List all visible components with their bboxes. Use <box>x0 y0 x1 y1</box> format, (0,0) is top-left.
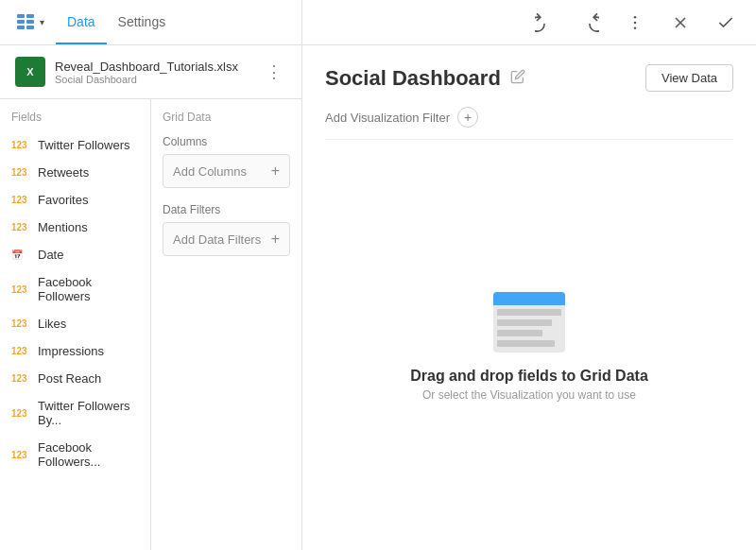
confirm-button[interactable] <box>711 8 741 38</box>
add-filters-plus-icon: + <box>271 231 280 248</box>
visualization-selector[interactable]: ▾ <box>15 12 44 33</box>
tab-settings[interactable]: Settings <box>107 0 178 44</box>
grid-vis-header <box>493 292 565 305</box>
grid-vis-row <box>497 340 555 347</box>
grid-vis-row <box>497 309 561 316</box>
field-item-facebook-followers-extra[interactable]: 123 Facebook Followers... <box>0 434 150 475</box>
filter-bar: Add Visualization Filter + <box>325 107 733 140</box>
top-bar-left: ▾ Data Settings <box>0 0 302 44</box>
right-panel: Social Dashboard View Data Add Visualiza… <box>302 45 756 550</box>
field-item-date[interactable]: 📅 Date <box>0 241 150 268</box>
field-label-mentions: Mentions <box>38 220 88 234</box>
grid-vis-body <box>493 305 565 351</box>
left-panel: X Reveal_Dashboard_Tutorials.xlsx Social… <box>0 45 302 550</box>
add-columns-button[interactable]: Add Columns + <box>163 154 290 188</box>
grid-data-header: Grid Data <box>163 111 290 124</box>
field-label-favorites: Favorites <box>38 193 88 207</box>
datasource-info: Reveal_Dashboard_Tutorials.xlsx Social D… <box>55 60 252 85</box>
add-filter-button[interactable]: + <box>457 107 478 128</box>
field-label-date: Date <box>38 248 63 262</box>
field-item-likes[interactable]: 123 Likes <box>0 310 150 337</box>
redo-button[interactable] <box>575 8 605 38</box>
svg-rect-0 <box>17 14 25 18</box>
grid-visualization-icon <box>493 292 565 352</box>
svg-rect-3 <box>26 20 34 24</box>
field-label-likes: Likes <box>38 317 66 331</box>
field-type-number: 123 <box>11 167 32 178</box>
field-type-number: 123 <box>11 373 32 384</box>
datasource-sheet: Social Dashboard <box>55 74 252 85</box>
field-item-mentions[interactable]: 123 Mentions <box>0 214 150 241</box>
add-filters-label: Add Data Filters <box>173 232 261 247</box>
datasource-filename: Reveal_Dashboard_Tutorials.xlsx <box>55 60 252 74</box>
fields-header: Fields <box>0 111 150 131</box>
field-item-favorites[interactable]: 123 Favorites <box>0 186 150 214</box>
field-type-number: 123 <box>11 408 32 419</box>
datasource-row: X Reveal_Dashboard_Tutorials.xlsx Social… <box>0 45 301 99</box>
field-item-impressions[interactable]: 123 Impressions <box>0 337 150 365</box>
drop-zone-text: Drag and drop fields to Grid Data Or sel… <box>410 368 648 402</box>
svg-rect-1 <box>26 14 34 18</box>
datasource-more-button[interactable]: ⋮ <box>262 58 286 86</box>
field-label-twitter-followers-by: Twitter Followers By... <box>38 399 139 427</box>
field-label-twitter-followers: Twitter Followers <box>38 138 130 152</box>
excel-icon: X <box>15 57 45 87</box>
drop-zone: Drag and drop fields to Grid Data Or sel… <box>325 163 733 531</box>
more-options-button[interactable] <box>620 8 650 38</box>
drop-zone-heading: Drag and drop fields to Grid Data <box>410 368 648 385</box>
left-columns: Fields 123 Twitter Followers 123 Retweet… <box>0 99 301 550</box>
field-item-facebook-followers[interactable]: 123 Facebook Followers <box>0 268 150 310</box>
grid-data-column: Grid Data Columns Add Columns + Data Fil… <box>151 99 301 550</box>
field-item-twitter-followers-by[interactable]: 123 Twitter Followers By... <box>0 392 150 434</box>
field-type-number: 123 <box>11 346 32 356</box>
add-columns-label: Add Columns <box>173 164 247 179</box>
tab-data[interactable]: Data <box>56 0 107 44</box>
grid-vis-row <box>497 330 542 336</box>
grid-vis-row <box>497 319 552 326</box>
field-label-impressions: Impressions <box>38 344 104 358</box>
field-label-facebook-followers: Facebook Followers <box>38 275 139 303</box>
columns-label: Columns <box>163 135 290 148</box>
panel-header: Social Dashboard View Data <box>325 64 733 92</box>
drop-zone-subtext: Or select the Visualization you want to … <box>410 388 648 402</box>
undo-icon <box>535 13 554 32</box>
close-button[interactable] <box>665 8 696 38</box>
svg-rect-2 <box>17 20 25 24</box>
svg-point-7 <box>634 21 637 24</box>
svg-point-6 <box>634 15 637 18</box>
close-icon <box>671 13 690 32</box>
redo-icon <box>580 13 599 32</box>
grid-icon <box>15 12 36 33</box>
svg-rect-4 <box>17 26 25 29</box>
filter-label: Add Visualization Filter <box>325 111 450 125</box>
field-item-post-reach[interactable]: 123 Post Reach <box>0 365 150 392</box>
field-type-number: 123 <box>11 222 32 232</box>
pencil-icon <box>510 69 525 84</box>
field-type-number: 123 <box>11 318 32 329</box>
field-type-number: 123 <box>11 195 32 205</box>
more-icon <box>626 13 644 32</box>
panel-title: Social Dashboard <box>325 66 501 91</box>
field-item-twitter-followers[interactable]: 123 Twitter Followers <box>0 131 150 159</box>
svg-rect-5 <box>26 26 34 29</box>
field-type-number: 123 <box>11 284 32 295</box>
field-label-facebook-followers-extra: Facebook Followers... <box>38 440 139 469</box>
field-type-date: 📅 <box>11 249 32 260</box>
undo-button[interactable] <box>529 8 559 38</box>
top-bar: ▾ Data Settings <box>0 0 756 45</box>
svg-point-8 <box>634 26 637 29</box>
fields-column: Fields 123 Twitter Followers 123 Retweet… <box>0 99 151 550</box>
filters-label: Data Filters <box>163 203 290 216</box>
checkmark-icon <box>716 13 735 32</box>
field-item-retweets[interactable]: 123 Retweets <box>0 159 150 186</box>
field-type-number: 123 <box>11 450 32 460</box>
field-type-number: 123 <box>11 140 32 150</box>
view-data-button[interactable]: View Data <box>645 64 733 92</box>
main-content: X Reveal_Dashboard_Tutorials.xlsx Social… <box>0 45 756 550</box>
field-label-retweets: Retweets <box>38 165 89 180</box>
field-label-post-reach: Post Reach <box>38 371 101 386</box>
chevron-down-icon: ▾ <box>40 17 44 27</box>
add-filters-button[interactable]: Add Data Filters + <box>163 222 290 256</box>
edit-title-button[interactable] <box>510 69 525 88</box>
add-columns-plus-icon: + <box>271 163 280 180</box>
